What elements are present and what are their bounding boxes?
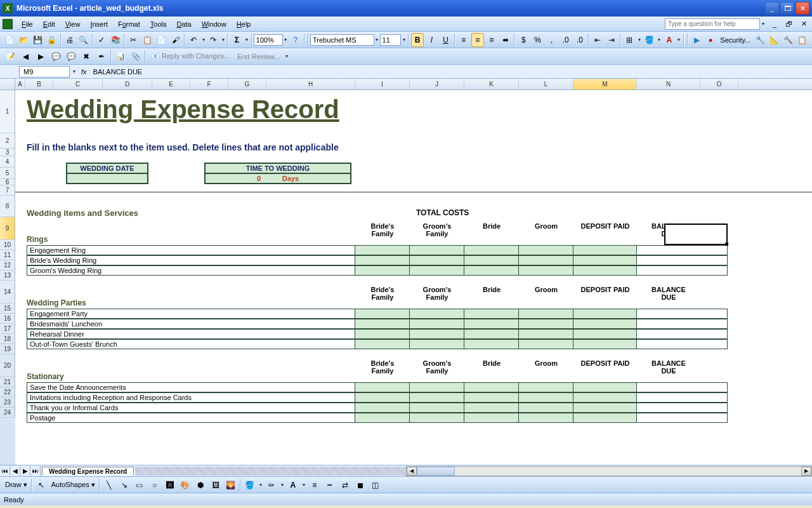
select-all-corner[interactable] bbox=[0, 79, 15, 90]
zoom-dropdown[interactable]: ▾ bbox=[283, 37, 289, 43]
redo-dropdown[interactable]: ▾ bbox=[220, 37, 226, 43]
item-cell[interactable] bbox=[464, 413, 519, 422]
item-row[interactable]: Thank you or Informal Cards bbox=[27, 403, 728, 413]
item-cell[interactable] bbox=[464, 340, 519, 349]
sheet-tab-active[interactable]: Wedding Expense Record bbox=[42, 467, 134, 476]
formula-input[interactable]: BALANCE DUE bbox=[91, 68, 812, 76]
doc-restore-button[interactable]: 🗗 bbox=[783, 20, 795, 28]
shadow-button[interactable]: ◼ bbox=[353, 478, 367, 492]
item-cell[interactable] bbox=[519, 266, 573, 275]
scroll-left-button[interactable]: ◀ bbox=[407, 467, 417, 476]
row-header-3[interactable]: 3 bbox=[0, 149, 15, 156]
item-cell[interactable] bbox=[637, 413, 700, 422]
item-cell[interactable] bbox=[410, 309, 464, 318]
item-cell[interactable] bbox=[519, 330, 573, 338]
item-cell[interactable] bbox=[519, 393, 573, 402]
item-cell[interactable] bbox=[637, 266, 700, 275]
show-comment-button[interactable]: 💬 bbox=[49, 50, 63, 64]
menu-view[interactable]: View bbox=[60, 19, 86, 29]
ink-button[interactable]: ✒ bbox=[95, 50, 108, 64]
item-cell[interactable] bbox=[637, 309, 700, 318]
help-dropdown-icon[interactable]: ▾ bbox=[760, 21, 766, 27]
format-painter-button[interactable]: 🖌 bbox=[169, 33, 182, 47]
item-row[interactable]: Out-of-Town Guests' Brunch bbox=[27, 339, 728, 349]
item-cell[interactable] bbox=[355, 309, 410, 318]
item-cell[interactable] bbox=[637, 246, 700, 255]
item-cell[interactable] bbox=[464, 266, 519, 275]
item-cell[interactable] bbox=[464, 246, 519, 255]
item-cell[interactable] bbox=[355, 393, 410, 402]
item-row[interactable]: Groom's Wedding Ring bbox=[27, 265, 728, 276]
item-cell[interactable] bbox=[519, 383, 573, 392]
wedding-date-value[interactable] bbox=[67, 174, 147, 183]
vba-button[interactable]: 🔧 bbox=[754, 33, 766, 47]
tab-first-button[interactable]: ⏮ bbox=[0, 466, 10, 476]
row-header-21[interactable]: 21 bbox=[0, 377, 15, 387]
redo-button[interactable]: ↷ bbox=[207, 33, 219, 47]
font-select[interactable]: Trebuchet MS bbox=[310, 34, 374, 46]
item-cell[interactable] bbox=[573, 246, 637, 255]
attach-button[interactable]: 📎 bbox=[129, 50, 143, 64]
item-cell[interactable] bbox=[355, 256, 410, 265]
menu-help[interactable]: Help bbox=[232, 19, 256, 29]
cells-area[interactable]: Wedding Expense Record Fill in the blank… bbox=[15, 90, 812, 465]
scroll-thumb[interactable] bbox=[417, 467, 455, 476]
more-button[interactable]: 📋 bbox=[796, 33, 809, 47]
fill-color-button[interactable]: 🪣 bbox=[643, 33, 656, 47]
menu-data[interactable]: Data bbox=[171, 19, 196, 29]
item-cell[interactable] bbox=[410, 319, 464, 328]
item-cell[interactable] bbox=[519, 246, 573, 255]
tab-last-button[interactable]: ⏭ bbox=[30, 466, 41, 476]
comma-button[interactable]: , bbox=[546, 33, 558, 47]
dash-style-button[interactable]: ┅ bbox=[323, 478, 337, 492]
item-cell[interactable] bbox=[637, 330, 700, 338]
3d-button[interactable]: ◫ bbox=[369, 478, 383, 492]
item-row[interactable]: Engagement Ring bbox=[27, 245, 728, 255]
align-right-button[interactable]: ≡ bbox=[485, 33, 498, 47]
item-cell[interactable] bbox=[410, 246, 464, 255]
picture-button[interactable]: 🌄 bbox=[224, 478, 238, 492]
item-cell[interactable] bbox=[464, 256, 519, 265]
undo-button[interactable]: ↶ bbox=[187, 33, 200, 47]
row-header-17[interactable]: 17 bbox=[0, 324, 15, 334]
col-header-A[interactable]: A bbox=[15, 79, 25, 90]
item-row[interactable]: Invitations including Reception and Resp… bbox=[27, 392, 728, 403]
tab-prev-button[interactable]: ◀ bbox=[10, 466, 20, 476]
align-left-button[interactable]: ≡ bbox=[457, 33, 470, 47]
arrow-style-button[interactable]: ⇄ bbox=[338, 478, 352, 492]
macro-play-button[interactable]: ▶ bbox=[690, 33, 703, 47]
row-header-22[interactable]: 22 bbox=[0, 387, 15, 398]
font-color-button[interactable]: A bbox=[663, 33, 676, 47]
fontcolor-dropdown[interactable]: ▾ bbox=[676, 37, 682, 43]
namebox-dropdown[interactable]: ▾ bbox=[71, 69, 77, 74]
open-button[interactable]: 📂 bbox=[17, 33, 30, 47]
item-cell[interactable] bbox=[355, 330, 410, 338]
item-cell[interactable] bbox=[573, 393, 637, 402]
size-dropdown[interactable]: ▾ bbox=[401, 37, 407, 43]
fill-handle[interactable] bbox=[725, 243, 728, 246]
item-row[interactable]: Postage bbox=[27, 413, 728, 423]
autosum-dropdown[interactable]: ▾ bbox=[244, 37, 250, 43]
row-header-23[interactable]: 23 bbox=[0, 398, 15, 408]
col-header-C[interactable]: C bbox=[53, 79, 103, 90]
line-button[interactable]: ╲ bbox=[102, 478, 116, 492]
row-header-8[interactable]: 8 bbox=[0, 196, 15, 217]
item-cell[interactable] bbox=[637, 319, 700, 328]
scroll-right-button[interactable]: ▶ bbox=[801, 467, 811, 476]
row-header-1[interactable]: 1 bbox=[0, 90, 15, 133]
font-size-select[interactable]: 11 bbox=[380, 34, 401, 46]
line-color-dropdown[interactable]: ▾ bbox=[279, 482, 285, 488]
col-header-F[interactable]: F bbox=[190, 79, 228, 90]
close-button[interactable]: ✕ bbox=[796, 2, 809, 15]
delete-comment-button[interactable]: ✖ bbox=[79, 50, 93, 64]
item-cell[interactable] bbox=[637, 340, 700, 349]
col-header-G[interactable]: G bbox=[228, 79, 266, 90]
col-header-M[interactable]: M bbox=[573, 79, 637, 90]
item-cell[interactable] bbox=[464, 403, 519, 412]
item-cell[interactable] bbox=[355, 266, 410, 275]
item-cell[interactable] bbox=[573, 330, 637, 338]
item-cell[interactable] bbox=[573, 383, 637, 392]
help-search-input[interactable] bbox=[665, 18, 760, 30]
item-cell[interactable] bbox=[410, 266, 464, 275]
copy-button[interactable]: 📋 bbox=[141, 33, 154, 47]
